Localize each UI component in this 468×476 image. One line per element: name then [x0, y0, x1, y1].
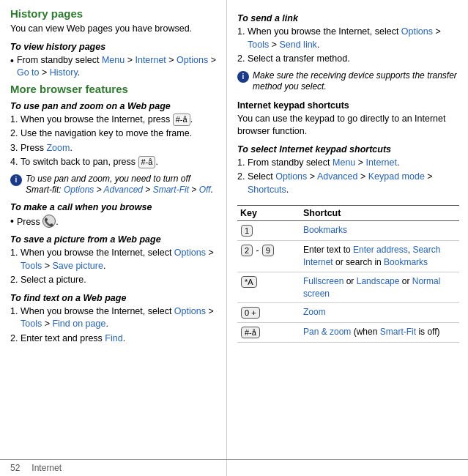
send-note-text: Make sure the receiving device supports … — [253, 70, 459, 93]
page-number: 52 — [10, 463, 20, 473]
key-badge-9: 9 — [262, 245, 274, 256]
link-menu2: Menu — [333, 157, 355, 168]
history-bullet1: • From standby select Menu > Internet > … — [10, 54, 218, 80]
history-bullet1-text: From standby select Menu > Internet > Op… — [17, 54, 218, 80]
page-content: History pages You can view Web pages you… — [0, 0, 468, 476]
key-badge-hash: #-å — [241, 327, 260, 338]
more-heading: More browser features — [10, 83, 218, 95]
shortcut-bookmarks: Bookmarks — [303, 225, 347, 235]
link-options: Options — [177, 55, 208, 65]
save-step2: Select a picture. — [21, 274, 218, 287]
save-pic-sub: To save a picture from a Web page — [10, 234, 218, 245]
key-1: 1 — [237, 224, 303, 237]
call-sub: To make a call when you browse — [10, 202, 218, 212]
sel-step2: Select Options > Advanced > Keypad mode … — [248, 171, 459, 196]
right-column: To send a link When you browse the Inter… — [227, 0, 468, 476]
link-goto: Go to — [17, 67, 40, 78]
link-history: History — [50, 67, 78, 78]
left-column: History pages You can view Web pages you… — [0, 0, 227, 476]
table-row: *A Fullscreen or Landscape or Normal scr… — [237, 272, 459, 304]
history-intro: You can view Web pages you have browsed. — [10, 23, 218, 36]
shortcuts-heading: Internet keypad shortcuts — [237, 100, 459, 111]
send-step2: Select a transfer method. — [248, 53, 459, 66]
key-badge-0: 0 + — [241, 307, 260, 319]
footer: 52 Internet — [0, 459, 468, 476]
link-zoom: Zoom — [46, 143, 70, 153]
select-shortcuts-sub: To select Internet keypad shortcuts — [237, 144, 459, 155]
key-hash2: #-å — [138, 156, 156, 168]
link-fullscreen: Fullscreen — [303, 276, 343, 286]
step3: Press Zoom. — [21, 142, 218, 155]
table-row: 2 - 9 Enter text to Enter address, Searc… — [237, 241, 459, 272]
bullet-dot: • — [10, 54, 14, 69]
link-options2: Options — [64, 185, 94, 195]
link-smartfit2: Smart-Fit — [380, 327, 416, 337]
key-hash3: #-å — [237, 326, 303, 339]
key-badge-2: 2 — [241, 245, 253, 256]
bullet-dot2: • — [10, 215, 14, 229]
link-advanced: Advanced — [104, 185, 143, 195]
link-enter-address: Enter address — [353, 245, 408, 255]
history-sub1: To view history pages — [10, 42, 218, 52]
send-step1: When you browse the Internet, select Opt… — [248, 26, 459, 51]
key-star-a: *A — [237, 275, 303, 289]
link-send-link: Send link — [279, 40, 316, 50]
col-shortcut-header: Shortcut — [303, 208, 459, 218]
shortcuts-table: Key Shortcut 1 Bookmarks 2 - 9 — [237, 205, 459, 343]
table-row: 1 Bookmarks — [237, 221, 459, 241]
save-step1: When you browse the Internet, select Opt… — [21, 247, 218, 272]
link-options4: Options — [174, 306, 206, 316]
shortcut-2: Enter text to Enter address, Search Inte… — [303, 244, 459, 269]
link-menu: Menu — [102, 55, 125, 65]
note-icon: i — [10, 174, 22, 186]
send-note-icon: i — [237, 71, 249, 83]
step4: To switch back to pan, press #-å. — [21, 156, 218, 169]
select-shortcuts-steps: From standby select Menu > Internet. Sel… — [248, 157, 459, 197]
send-link-steps: When you browse the Internet, select Opt… — [248, 26, 459, 66]
key-badge-1: 1 — [241, 225, 253, 237]
link-tools3: Tools — [248, 40, 269, 50]
call-bullet: • Press 📞. — [10, 215, 218, 229]
send-note: i Make sure the receiving device support… — [237, 70, 459, 93]
save-pic-steps: When you browse the Internet, select Opt… — [21, 247, 218, 287]
key-0plus: 0 + — [237, 306, 303, 319]
link-internet: Internet — [135, 55, 166, 65]
link-options3: Options — [174, 248, 206, 258]
link-keypad-mode: Keypad mode — [368, 171, 425, 182]
footer-label: Internet — [31, 463, 62, 473]
sel-step1: From standby select Menu > Internet. — [248, 157, 459, 170]
step2: Use the navigation key to move the frame… — [21, 127, 218, 141]
pan-zoom-sub: To use pan and zoom on a Web page — [10, 101, 218, 111]
send-link-sub: To send a link — [237, 13, 459, 23]
find-text-sub: To find text on a Web page — [10, 293, 218, 303]
key-badge-star: *A — [241, 276, 257, 288]
table-row: #-å Pan & zoom (when Smart-Fit is off) — [237, 323, 459, 343]
link-internet2: Internet — [366, 157, 397, 168]
key-hash: #-å — [173, 114, 190, 126]
link-options5: Options — [401, 26, 433, 37]
call-bullet-text: Press 📞. — [17, 215, 59, 229]
link-shortcuts: Shortcuts — [248, 185, 286, 195]
page-wrapper: History pages You can view Web pages you… — [0, 0, 468, 476]
shortcut-3: Fullscreen or Landscape or Normal screen — [303, 275, 459, 300]
table-row: 0 + Zoom — [237, 303, 459, 323]
shortcut-1: Bookmarks — [303, 224, 459, 237]
shortcut-5: Pan & zoom (when Smart-Fit is off) — [303, 326, 459, 338]
link-off: Off — [199, 185, 211, 195]
pan-zoom-note-text: To use pan and zoom, you need to turn of… — [26, 174, 218, 196]
link-tools2: Tools — [21, 319, 42, 329]
link-bookmarks2: Bookmarks — [384, 257, 428, 267]
find-text-steps: When you browse the Internet, select Opt… — [21, 305, 218, 346]
shortcuts-intro: You can use the keypad to go directly to… — [237, 113, 459, 138]
pan-zoom-note: i To use pan and zoom, you need to turn … — [10, 174, 218, 196]
link-zoom2: Zoom — [303, 307, 326, 317]
find-step2: Enter text and press Find. — [21, 332, 218, 346]
call-icon: 📞 — [42, 215, 56, 228]
table-header: Key Shortcut — [237, 206, 459, 221]
shortcut-4: Zoom — [303, 306, 459, 319]
key-2-9: 2 - 9 — [237, 244, 303, 257]
link-smartfit: Smart-Fit — [153, 185, 189, 195]
link-pan-zoom: Pan & zoom — [303, 327, 351, 337]
link-landscape: Landscape — [357, 276, 400, 286]
step1: When you browse the Internet, press #-å. — [21, 114, 218, 127]
